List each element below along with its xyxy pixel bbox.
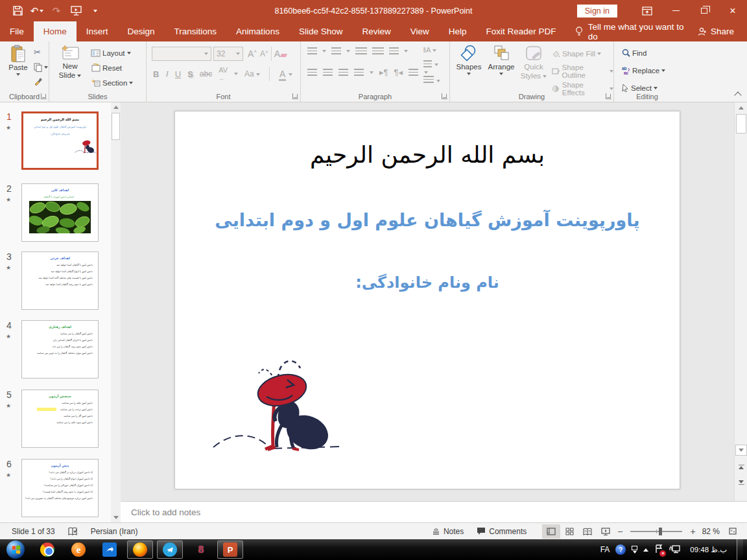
bold-button[interactable]: B [153,69,159,79]
reset-button[interactable]: Reset [91,61,122,75]
collapse-ribbon-icon[interactable] [734,91,741,99]
align-right-button[interactable] [338,69,348,76]
save-icon[interactable] [8,0,27,21]
numbering-dropdown-icon[interactable] [346,50,350,52]
text-direction-button[interactable]: ‖A [423,46,436,54]
replace-button[interactable]: abac Replace [622,64,665,77]
next-slide-button[interactable] [735,477,747,488]
tell-me-box[interactable]: Tell me what you want to do [566,21,698,41]
quick-styles-button[interactable]: Quick Styles [519,45,549,81]
notes-toggle-button[interactable]: Notes [425,523,470,540]
thumbnail-slide-3[interactable]: اهداف جزئی دانش آموز با گیاهان آشنا خواه… [21,251,99,310]
keyboard-language-indicator[interactable]: FA [600,545,610,554]
show-hidden-icons-button[interactable] [643,548,648,552]
zoom-in-button[interactable]: + [687,526,698,537]
redo-button[interactable]: ↷ [47,0,66,21]
shape-outline-button[interactable]: Shape Outline [551,64,613,78]
taskbar-browser-e-icon[interactable]: e [67,541,89,559]
action-center-flag-icon[interactable]: × [654,544,663,555]
close-button[interactable]: × [718,0,747,21]
tab-file[interactable]: File [0,21,34,41]
grow-font-button[interactable]: A˄ [248,49,257,59]
tray-window-chevron-icon[interactable] [632,546,637,554]
thumbnail-scrollbar-thumb[interactable] [112,113,120,140]
align-left-button[interactable] [307,69,317,76]
bullets-dropdown-icon[interactable] [322,50,326,52]
slide[interactable]: بسم الله الرحمن الرحیم پاورپوینت آموزش گ… [174,111,680,489]
slide-sorter-view-button[interactable] [560,524,578,539]
font-name-combobox[interactable] [152,47,211,61]
thumbnail-slide-2[interactable]: اهداف کلی آشنایی دانش آموزان با گیاهان [21,183,99,242]
text-shadow-button[interactable]: S [187,69,193,79]
tab-insert[interactable]: Insert [77,21,118,41]
arrange-dropdown-icon[interactable] [499,73,503,75]
slide-name-text[interactable]: نام ونام خانوادگی: [175,274,680,292]
slide-indicator[interactable]: Slide 1 of 33 [5,523,62,540]
share-button[interactable]: Share [698,21,747,41]
shrink-font-button[interactable]: A˅ [260,49,268,58]
scroll-down-icon[interactable] [735,445,747,456]
taskbar-firefox-button[interactable] [127,541,153,559]
tab-slide-show[interactable]: Slide Show [289,21,353,41]
zoom-slider[interactable] [630,531,682,532]
tab-home[interactable]: Home [34,21,77,41]
ribbon-display-options-button[interactable] [633,0,661,21]
ltr-direction-button[interactable]: ▸¶ [379,67,388,77]
notes-placeholder[interactable]: Click to add notes [131,508,200,517]
change-case-button[interactable]: Aa [244,69,260,78]
underline-button[interactable]: U [175,69,181,79]
font-color-button[interactable]: A [279,69,292,79]
format-painter-button[interactable] [34,74,43,88]
zoom-out-button[interactable]: − [615,526,625,537]
layout-button[interactable]: Layout [91,46,131,60]
decrease-indent-button[interactable] [355,47,367,54]
character-spacing-button[interactable]: AV↔ [219,66,228,82]
undo-button[interactable]: ↶ [27,0,47,21]
minimize-button[interactable] [661,0,690,21]
convert-smartart-button[interactable] [423,75,440,86]
line-spacing-button[interactable] [389,47,399,54]
align-text-button[interactable] [423,58,438,70]
comments-toggle-button[interactable]: Comments [470,523,533,540]
paste-dropdown-icon[interactable] [16,73,20,76]
undo-dropdown-icon[interactable] [40,10,43,12]
show-desktop-button[interactable] [737,539,743,560]
new-slide-button[interactable]: New Slide [54,45,86,80]
line-spacing-dropdown-icon[interactable] [404,50,408,52]
clear-formatting-button[interactable]: A [274,49,287,59]
character-spacing-dropdown-icon[interactable] [234,73,238,75]
sign-in-button[interactable]: Sign in [577,5,617,18]
copy-button[interactable] [34,60,48,74]
columns-button[interactable] [409,69,418,76]
taskbar-clock[interactable]: ب.ظ 09:48 [686,546,731,554]
drawing-dialog-launcher[interactable] [606,93,611,99]
slideshow-view-button[interactable] [597,524,615,539]
taskbar-file-transfer-icon[interactable] [99,541,121,559]
thumbnail-scroll-up-icon[interactable] [111,102,121,112]
bullets-button[interactable] [307,47,317,54]
strikethrough-button[interactable]: abc [200,69,212,78]
paste-button[interactable]: Paste [4,45,32,76]
ant-image[interactable] [211,350,344,457]
section-dropdown-icon[interactable] [129,82,133,84]
arrange-button[interactable]: Arrange [485,45,517,75]
start-button[interactable] [6,541,25,559]
select-dropdown-icon[interactable] [654,87,658,89]
italic-button[interactable]: I [165,69,168,79]
paragraph-dialog-launcher[interactable] [442,93,447,99]
thumbnail-scrollbar[interactable] [111,102,121,522]
tab-view[interactable]: View [401,21,439,41]
taskbar-app-8-icon[interactable]: 8 [190,541,212,559]
slide-canvas-area[interactable]: بسم الله الرحمن الرحیم پاورپوینت آموزش گ… [121,102,747,501]
scroll-up-icon[interactable] [735,102,747,113]
taskbar-powerpoint-button[interactable]: P [217,541,243,559]
main-scrollbar[interactable] [734,102,747,501]
layout-dropdown-icon[interactable] [127,52,131,54]
previous-slide-button[interactable] [735,461,747,472]
increase-indent-button[interactable] [372,47,384,54]
language-indicator[interactable]: Persian (Iran) [84,523,145,540]
justify-button[interactable] [354,69,364,76]
tab-animations[interactable]: Animations [226,21,289,41]
thumbnail-slide-1[interactable]: بسم الله الرحمن الرحیم پاورپوینت آموزش گ… [21,111,99,170]
taskbar-telegram-button[interactable] [157,541,183,559]
